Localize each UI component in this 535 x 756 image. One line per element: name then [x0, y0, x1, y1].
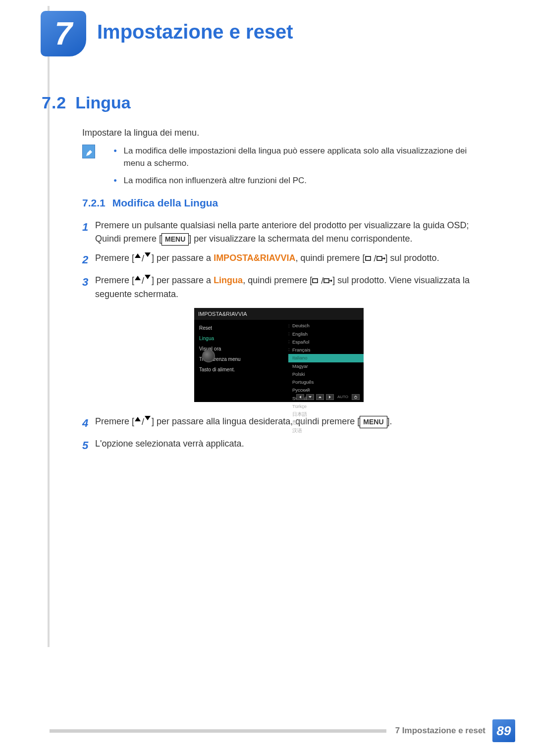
step-1: 1 Premere un pulsante qualsiasi nella pa…	[82, 219, 483, 246]
chapter-title: Impostazione e reset	[97, 21, 293, 43]
section-heading: 7.2 Lingua	[42, 93, 131, 112]
step-number: 5	[82, 437, 95, 454]
note-list: La modifica delle impostazioni della lin…	[114, 145, 483, 192]
footer-text: 7 Impostazione e reset	[395, 726, 485, 736]
osd-language-item: Português	[288, 378, 364, 386]
source-icon: /	[312, 274, 332, 288]
note-item: La modifica non influenzerà altre funzio…	[114, 174, 483, 187]
chapter-badge: 7	[41, 11, 86, 56]
text: , quindi premere [	[295, 253, 365, 263]
osd-language-item: Français	[288, 346, 364, 354]
section-title: Lingua	[75, 93, 130, 112]
osd-language-item: Italiano	[288, 354, 364, 362]
step-body: Premere un pulsante qualsiasi nella part…	[95, 219, 483, 246]
osd-language-item: Deutsch	[288, 322, 364, 330]
osd-language-item: Türkçe	[288, 403, 364, 410]
page-header: 7 Impostazione e reset	[41, 11, 293, 56]
osd-screenshot: IMPOSTA&RIAVVIA ResetLinguaVisual oraTra…	[194, 308, 364, 402]
osd-header: IMPOSTA&RIAVVIA	[194, 308, 364, 320]
footer-bar	[50, 729, 386, 733]
step-number: 1	[82, 219, 95, 235]
text: Premere [	[95, 253, 134, 263]
step-2: 2 Premere [/] per passare a IMPOSTA&RIAV…	[82, 252, 483, 268]
note-block: La modifica delle impostazioni della lin…	[82, 145, 483, 192]
osd-up-icon	[316, 394, 324, 400]
page-footer: 7 Impostazione e reset 89	[50, 719, 515, 742]
osd-auto-label: AUTO	[336, 394, 350, 400]
subsection-number: 7.2.1	[82, 197, 106, 209]
footer-page-number: 89	[492, 719, 515, 742]
source-icon: /	[365, 252, 385, 265]
osd-language-item: 日本語	[288, 410, 364, 418]
osd-left-icon	[296, 394, 304, 400]
step-number: 4	[82, 415, 95, 431]
jog-dial-icon	[202, 350, 215, 362]
svg-rect-0	[366, 256, 371, 260]
text: Premere [	[95, 275, 134, 285]
intro-text: Impostare la lingua dei menu.	[82, 128, 199, 138]
osd-menu-item: Lingua	[199, 333, 283, 344]
osd-language-item: Polski	[288, 370, 364, 378]
osd-colons: :::::	[288, 322, 290, 361]
text: ] sul prodotto.	[385, 253, 439, 263]
step-body: Premere [/] per passare a Lingua, quindi…	[95, 274, 483, 409]
step-3: 3 Premere [/] per passare a Lingua, quin…	[82, 274, 483, 409]
osd-language-item: Magyar	[288, 362, 364, 370]
menu-label: MENU	[161, 233, 189, 246]
text: ].	[387, 416, 392, 426]
osd-language-item: Español	[288, 338, 364, 346]
steps-list: 1 Premere un pulsante qualsiasi nella pa…	[82, 219, 483, 459]
osd-power-icon	[352, 394, 360, 400]
osd-language-item: English	[288, 330, 364, 338]
osd-right-icon	[326, 394, 334, 400]
osd-language-item: 한국어	[288, 418, 364, 426]
up-down-icon: /	[134, 415, 152, 429]
osd-footer: AUTO	[296, 394, 360, 400]
step-number: 3	[82, 274, 95, 290]
text: ] per passare a	[152, 275, 214, 285]
section-number: 7.2	[42, 93, 66, 112]
text: ] per passare a	[152, 253, 214, 263]
svg-rect-2	[313, 279, 318, 283]
osd-menu-item: Tasto di aliment.	[199, 364, 283, 375]
svg-rect-3	[324, 279, 329, 283]
svg-rect-1	[377, 256, 382, 260]
step-4: 4 Premere [/] per passare alla lingua de…	[82, 415, 483, 431]
subsection-heading: 7.2.1 Modifica della Lingua	[82, 197, 218, 209]
text: ] per visualizzare la schermata del menu…	[189, 234, 412, 244]
pencil-icon	[82, 145, 95, 158]
up-down-icon: /	[134, 274, 152, 288]
osd-menu-item: Reset	[199, 323, 283, 333]
step-body: Premere [/] per passare a IMPOSTA&RIAVVI…	[95, 252, 483, 265]
step-5: 5 L'opzione selezionata verrà applicata.	[82, 437, 483, 454]
osd-language-list: DeutschEnglishEspañolFrançaisItalianoMag…	[288, 320, 364, 392]
subsection-title: Modifica della Lingua	[112, 197, 218, 209]
highlight: Lingua	[214, 275, 243, 285]
osd-language-item: Русский	[288, 386, 364, 394]
menu-label: MENU	[360, 416, 387, 428]
highlight: IMPOSTA&RIAVVIA	[214, 253, 295, 263]
step-body: L'opzione selezionata verrà applicata.	[95, 437, 483, 451]
osd-down-icon	[306, 394, 314, 400]
text: Premere [	[95, 416, 134, 426]
up-down-icon: /	[134, 252, 152, 265]
text: , quindi premere [	[243, 275, 312, 285]
step-number: 2	[82, 252, 95, 268]
note-item: La modifica delle impostazioni della lin…	[114, 145, 483, 169]
osd-language-item: 汉语	[288, 427, 364, 435]
